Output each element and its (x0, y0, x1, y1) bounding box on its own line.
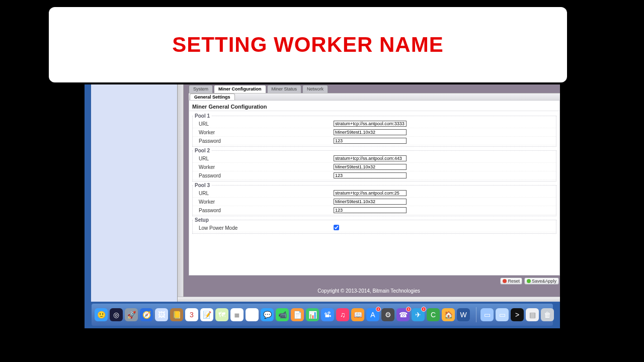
photos-icon[interactable]: ✿ (246, 308, 259, 321)
pool-3-worker-row: Worker (193, 198, 556, 206)
siri-icon[interactable]: ◎ (110, 308, 123, 321)
pool-3-pass-label: Password (193, 208, 334, 213)
tab-miner-status[interactable]: Miner Status (267, 85, 302, 93)
calendar-icon[interactable]: 3 (185, 308, 198, 321)
telegram-icon-badge: 2 (421, 307, 426, 312)
finder-icon[interactable]: 🙂 (95, 308, 108, 321)
ibooks-icon[interactable]: 📖 (351, 308, 364, 321)
content-panel: Miner General Configuration Pool 1URLWor… (189, 100, 560, 276)
pool-1-fieldset: Pool 1URLWorkerPassword (192, 113, 556, 147)
itunes-icon[interactable]: ♫ (336, 308, 349, 321)
setup-fieldset: SetupLow Power Mode (192, 217, 556, 234)
facetime-icon[interactable]: 📹 (276, 308, 289, 321)
settings-icon[interactable]: ⚙ (381, 308, 394, 321)
pool-2-worker-label: Worker (193, 164, 334, 170)
tab-network[interactable]: Network (302, 85, 328, 93)
pool-2-fieldset: Pool 2URLWorkerPassword (192, 148, 556, 182)
trash-icon[interactable]: 🗑 (541, 308, 554, 321)
pool-2-url-label: URL (193, 156, 334, 161)
subtab-general-settings[interactable]: General Settings (190, 94, 235, 100)
footer-buttons: Reset Save&Apply (500, 278, 559, 285)
pool-3-url-input[interactable] (334, 190, 407, 196)
safari-icon[interactable]: 🧭 (140, 308, 153, 321)
pool-1-url-row: URL (193, 120, 556, 128)
camtasia-icon[interactable]: C (427, 308, 440, 321)
appstore-icon-badge: 2 (376, 307, 381, 312)
copyright-text: Copyright © 2013-2014, Bitmain Technolog… (178, 288, 560, 294)
numbers-icon[interactable]: 📊 (306, 308, 319, 321)
low-power-label: Low Power Mode (193, 225, 334, 231)
pool-2-worker-input[interactable] (334, 164, 407, 170)
pool-1-pass-label: Password (193, 138, 334, 144)
viber-icon-badge: 3 (406, 307, 411, 312)
desktop-thumb-icon[interactable]: ▭ (480, 308, 494, 321)
pool-2-pass-label: Password (193, 173, 334, 178)
panel-heading: Miner General Configuration (189, 101, 559, 111)
pool-2-password-input[interactable] (334, 172, 407, 178)
pool-1-legend: Pool 1 (193, 113, 212, 119)
low-power-checkbox[interactable] (334, 225, 339, 230)
desktop2-thumb-icon[interactable]: ▭ (496, 308, 509, 321)
pool-3-legend: Pool 3 (193, 183, 212, 188)
word-icon[interactable]: W (457, 308, 470, 321)
setup-legend: Setup (193, 217, 211, 223)
pool-1-worker-label: Worker (193, 130, 334, 135)
pool-1-worker-input[interactable] (334, 129, 407, 135)
maps-icon[interactable]: 🗺 (215, 308, 228, 321)
reset-button[interactable]: Reset (500, 278, 522, 285)
sub-tabs: General Settings (189, 93, 560, 100)
pool-2-url-input[interactable] (334, 155, 407, 161)
doc-icon[interactable]: ▤ (526, 308, 539, 321)
reset-label: Reset (508, 279, 520, 284)
home-icon[interactable]: 🏠 (442, 308, 455, 321)
pool-2-pass-row: Password (193, 171, 556, 180)
pool-3-fieldset: Pool 3URLWorkerPassword (192, 183, 556, 216)
finder-sidebar (91, 84, 178, 302)
terminal-icon[interactable]: > (511, 308, 524, 321)
pool-1-password-input[interactable] (334, 138, 407, 144)
pool-2-url-row: URL (193, 154, 556, 163)
horizontal-scrollbar[interactable] (178, 297, 560, 302)
viber-icon[interactable]: ☎3 (396, 308, 410, 321)
reset-icon (503, 279, 507, 283)
low-power-row: Low Power Mode (193, 224, 556, 232)
launchpad-icon[interactable]: 🚀 (125, 308, 138, 321)
pool-3-password-input[interactable] (334, 207, 407, 213)
save-icon (527, 279, 531, 283)
reminders-icon[interactable]: ≣ (230, 308, 244, 321)
miner-config-window: System Miner Configuration Miner Status … (178, 84, 560, 302)
pool-3-url-row: URL (193, 189, 556, 198)
telegram-icon[interactable]: ✈2 (412, 308, 425, 321)
preview-icon[interactable]: 🖼 (155, 308, 168, 321)
pool-1-pass-row: Password (193, 137, 556, 145)
desktop-area: System Miner Configuration Miner Status … (85, 84, 560, 328)
messages-icon[interactable]: 💬 (261, 308, 274, 321)
dock-separator (476, 307, 476, 322)
pool-3-url-label: URL (193, 191, 334, 196)
save-label: Save&Apply (532, 279, 556, 284)
pool-3-pass-row: Password (193, 206, 556, 215)
pool-1-worker-row: Worker (193, 128, 556, 137)
macos-dock: 🙂◎🚀🧭🖼📒3📝🗺≣✿💬📹📄📊📽♫📖A2⚙☎3✈2C🏠W▭▭>▤🗑 (92, 304, 553, 326)
title-banner: SETTING WORKER NAME (49, 7, 567, 82)
keynote-icon[interactable]: 📽 (321, 308, 334, 321)
save-apply-button[interactable]: Save&Apply (524, 278, 559, 285)
contacts-icon[interactable]: 📒 (170, 308, 183, 321)
notes-icon[interactable]: 📝 (200, 308, 213, 321)
pool-2-worker-row: Worker (193, 163, 556, 171)
window-scrollbar[interactable] (178, 84, 184, 302)
pool-1-url-input[interactable] (334, 121, 407, 127)
pool-3-worker-label: Worker (193, 199, 334, 205)
pages-icon[interactable]: 📄 (291, 308, 304, 321)
pool-2-legend: Pool 2 (193, 148, 212, 153)
pool-3-worker-input[interactable] (334, 199, 407, 205)
appstore-icon[interactable]: A2 (366, 308, 379, 321)
pool-1-url-label: URL (193, 121, 334, 127)
tab-miner-configuration[interactable]: Miner Configuration (214, 85, 266, 93)
banner-title: SETTING WORKER NAME (172, 33, 443, 57)
tab-system[interactable]: System (189, 85, 213, 93)
top-tabs: System Miner Configuration Miner Status … (189, 85, 560, 93)
panel-body: Pool 1URLWorkerPasswordPool 2URLWorkerPa… (189, 111, 559, 237)
